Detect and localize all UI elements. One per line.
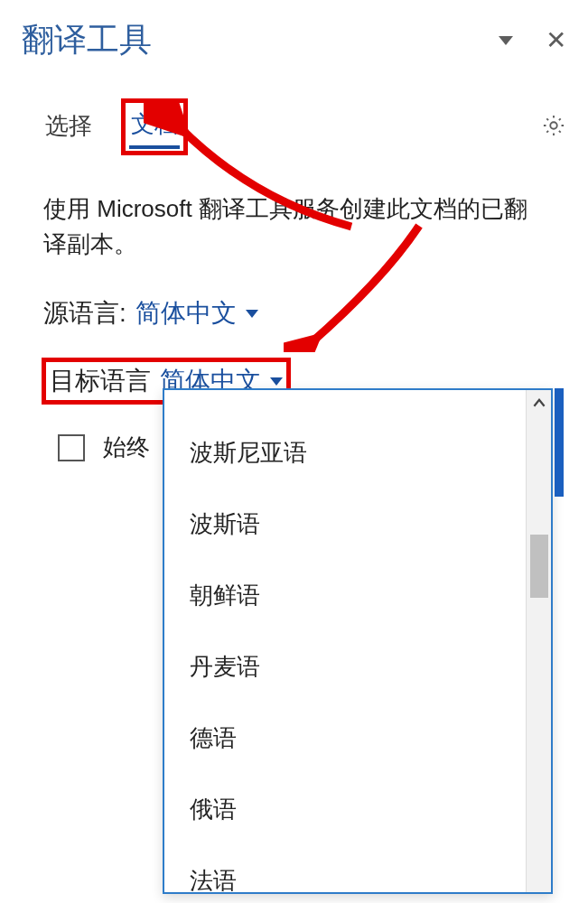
dropdown-scrollbar: [526, 390, 551, 892]
chevron-down-icon: [246, 310, 258, 318]
always-checkbox-label: 始终: [103, 432, 150, 463]
annotation-highlight-document-tab: 文档: [121, 98, 188, 155]
panel-menu-caret-icon[interactable]: [499, 36, 513, 45]
source-language-row: 源语言: 简体中文: [22, 296, 566, 330]
target-language-label: 目标语言: [50, 364, 151, 398]
source-language-label: 源语言:: [43, 296, 126, 330]
source-language-value: 简体中文: [135, 296, 237, 330]
dropdown-list-container: 波斯尼亚语 波斯语 朝鲜语 丹麦语 德语 俄语 法语: [164, 390, 526, 892]
dropdown-item[interactable]: 丹麦语: [190, 631, 500, 703]
dropdown-item[interactable]: 波斯尼亚语: [190, 417, 500, 489]
dropdown-item[interactable]: 法语: [190, 845, 500, 892]
dropdown-item[interactable]: 德语: [190, 703, 500, 774]
tab-select[interactable]: 选择: [43, 107, 94, 147]
title-controls: ✕: [499, 28, 566, 53]
svg-point-0: [550, 122, 556, 128]
title-row: 翻译工具 ✕: [22, 18, 566, 62]
scroll-thumb[interactable]: [530, 535, 548, 598]
scroll-track[interactable]: [527, 417, 551, 892]
source-language-dropdown[interactable]: 简体中文: [135, 296, 258, 330]
dropdown-item[interactable]: 俄语: [190, 774, 500, 845]
tab-row: 选择 文档: [22, 98, 566, 155]
description-text: 使用 Microsoft 翻译工具服务创建此文档的已翻译副本。: [22, 191, 566, 262]
scroll-up-arrow-icon[interactable]: [527, 390, 551, 417]
tab-document[interactable]: 文档: [129, 105, 180, 149]
translator-panel: 翻译工具 ✕ 选择 文档 使用 Microsoft 翻译工具服务创建此文档的已翻…: [0, 0, 588, 903]
dropdown-item[interactable]: 波斯语: [190, 489, 500, 560]
close-icon[interactable]: ✕: [546, 28, 566, 53]
dropdown-item[interactable]: 朝鲜语: [190, 560, 500, 631]
settings-gear-icon[interactable]: [541, 113, 566, 142]
panel-title: 翻译工具: [22, 18, 152, 62]
always-checkbox[interactable]: [58, 434, 85, 461]
panel-right-accent: [555, 388, 564, 497]
chevron-down-icon: [270, 377, 283, 386]
target-language-dropdown-list: 波斯尼亚语 波斯语 朝鲜语 丹麦语 德语 俄语 法语: [163, 388, 553, 894]
